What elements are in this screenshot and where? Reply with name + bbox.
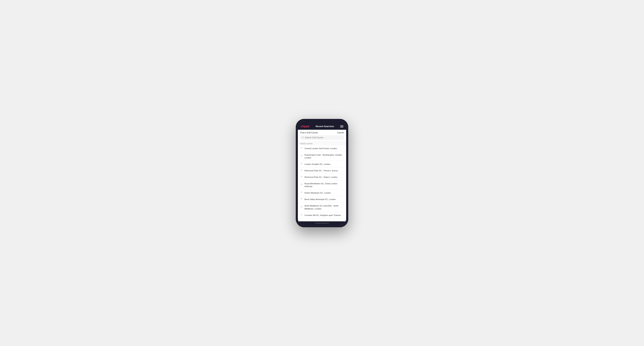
status-bar [298, 121, 346, 123]
content-area: Find a Golf Course Cancel Nearby courses… [298, 130, 346, 221]
course-list-item[interactable]: Royal Wimbledon GC, Great London Authori… [298, 180, 346, 190]
hamburger-menu-icon[interactable] [340, 125, 343, 128]
app-logo: clippd [301, 125, 310, 128]
course-list: Central London Golf Centre, LondonRoeham… [298, 145, 346, 221]
find-label: Find a Golf Course [300, 132, 318, 134]
course-name: Richmond Park GC - Duke's, London [304, 176, 338, 178]
course-name: Roehampton Club - Roehampton, Greater Lo… [304, 154, 344, 159]
search-input[interactable] [305, 136, 342, 139]
pin-icon [300, 183, 303, 186]
svg-point-4 [301, 163, 302, 164]
nav-title: Recent Searches [316, 125, 334, 128]
pin-icon [300, 169, 303, 172]
pin-icon [300, 191, 303, 194]
phone-screen: clippd Recent Searches Find a Golf Cours… [298, 121, 346, 225]
svg-point-7 [301, 184, 302, 184]
svg-point-8 [301, 192, 302, 192]
home-indicator [298, 221, 346, 225]
find-bar: Find a Golf Course Cancel [298, 130, 346, 135]
pin-icon [300, 163, 303, 166]
svg-point-9 [301, 198, 302, 199]
course-name: London Scottish GC, London [304, 163, 330, 166]
course-list-item[interactable]: North Middlesex GC (1011942 - North Midd… [298, 203, 346, 212]
course-name: Central London Golf Centre, London [304, 147, 337, 150]
course-list-item[interactable]: Central London Golf Centre, London [298, 145, 346, 152]
navigation-bar: clippd Recent Searches [298, 123, 346, 130]
pin-icon [300, 147, 303, 150]
phone-frame: clippd Recent Searches Find a Golf Cours… [296, 119, 348, 227]
pin-icon [300, 214, 303, 217]
cancel-button[interactable]: Cancel [337, 132, 344, 134]
svg-line-1 [303, 138, 304, 138]
svg-point-6 [301, 176, 302, 176]
search-icon [302, 136, 304, 139]
home-bar [315, 223, 329, 223]
course-name: Richmond Park GC - Prince's, Surrey [304, 169, 338, 172]
course-name: Dukes Meadows GC, London [304, 191, 331, 194]
course-list-item[interactable]: Dukes Meadows GC, London [298, 190, 346, 196]
course-list-item[interactable]: London Scottish GC, London [298, 161, 346, 168]
pin-icon [300, 206, 303, 209]
course-list-item[interactable]: Coombe Hill GC, Kingston upon Thames [298, 212, 346, 218]
svg-point-11 [301, 214, 302, 215]
search-box [300, 135, 344, 140]
pin-icon [300, 155, 303, 158]
course-name: North Middlesex GC (1011942 - North Midd… [304, 204, 344, 210]
course-name: Brent Valley Municipal GC, London [304, 198, 336, 201]
svg-point-2 [301, 148, 302, 148]
svg-point-3 [301, 156, 302, 156]
course-list-item[interactable]: Roehampton Club - Roehampton, Greater Lo… [298, 152, 346, 161]
svg-point-10 [301, 206, 302, 207]
course-name: Coombe Hill GC, Kingston upon Thames [304, 214, 341, 217]
course-list-item[interactable]: Richmond Park GC - Duke's, London [298, 174, 346, 180]
course-list-item[interactable]: Richmond Park GC - Prince's, Surrey [298, 168, 346, 174]
nearby-section-label: Nearby courses [298, 142, 346, 145]
svg-point-5 [301, 170, 302, 170]
pin-icon [300, 198, 303, 201]
course-name: Royal Wimbledon GC, Great London Authori… [304, 182, 344, 188]
course-list-item[interactable]: Brent Valley Municipal GC, London [298, 196, 346, 203]
pin-icon [300, 176, 303, 178]
